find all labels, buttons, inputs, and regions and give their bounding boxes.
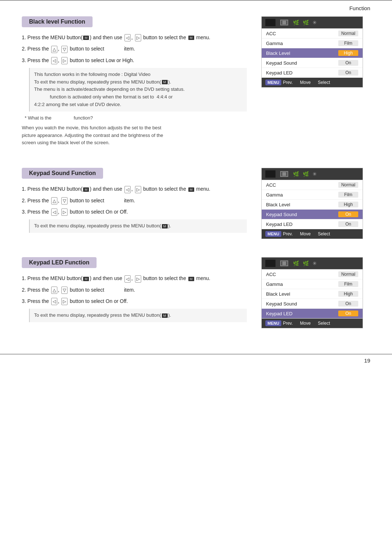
step2-num: 2.	[22, 46, 28, 52]
keypad-sound-step2: 2. Press the △, ▽ button to select item.	[22, 197, 247, 204]
leaf-icon-1: 🌿	[293, 20, 299, 25]
keypad-sound-step1: 1. Press the MENU button(M) and then use…	[22, 185, 247, 193]
menu-row-blacklevel-1: Black Level High	[262, 48, 363, 58]
keypad-sound-note: To exit the menu display, repeatedly pre…	[29, 219, 247, 233]
move-label-1: Move	[300, 80, 311, 85]
step3-num-3: 3.	[22, 298, 28, 304]
leaf-icon-2: 🌿	[303, 20, 309, 25]
menu-icon-note: M	[162, 80, 168, 84]
black-level-step3: 3. Press the ◁, ▷ button to select Low o…	[22, 57, 247, 64]
keypad-led-step2: 2. Press the △, ▽ button to select item.	[22, 286, 247, 294]
menu-row-acc-3: ACC Normal	[262, 270, 363, 279]
menu-icon-black-2	[265, 170, 275, 178]
left-btn-s1: ◁	[124, 186, 131, 193]
select-label-1: Select	[318, 80, 330, 85]
prev-label-3: Prev.	[283, 321, 293, 326]
header-label: Function	[349, 5, 370, 11]
menu-row-keypadled-2: Keypad LED On	[262, 219, 363, 229]
menu-icon-black-1	[265, 19, 275, 26]
up-btn-2: △	[51, 46, 57, 53]
move-label-2: Move	[300, 231, 311, 236]
left-btn-1: ◁	[124, 34, 131, 41]
menu-row-blacklevel-2: Black Level High	[262, 200, 363, 210]
menu-inline-icon-3: M	[188, 277, 194, 281]
step2-num-2: 2.	[22, 198, 28, 203]
menu-btn-1: MENU	[265, 80, 281, 85]
menu-icon-3: M	[83, 277, 89, 281]
step1-num-3: 1.	[22, 275, 28, 281]
menu-row-keypadsound-1: Keypad Sound On	[262, 58, 363, 68]
square-inner-3	[282, 262, 286, 265]
page-number: 19	[364, 357, 370, 364]
keypad-led-section: Keypad LED Function 1. Press the MENU bu…	[22, 257, 370, 328]
black-level-step1: 1. Press the MENU button(M) and then use…	[22, 34, 247, 41]
star-icon-3: ✳	[313, 260, 317, 266]
menu-row-keypadsound-2: Keypad Sound On	[262, 210, 363, 219]
menu-row-acc-2: ACC Normal	[262, 180, 363, 190]
menu-move-2: Move	[300, 231, 311, 236]
menu-row-acc-1: ACC Normal	[262, 29, 363, 39]
menu-rows-1: ACC Normal Gamma Film Black Level High K…	[262, 28, 363, 78]
right-btn-l3: ▷	[61, 298, 68, 305]
star-icon-1: ✳	[313, 20, 317, 25]
black-level-what-is: * What is the function?	[25, 115, 247, 121]
keypad-led-title: Keypad LED Function	[22, 257, 97, 268]
keypad-led-step1: 1. Press the MENU button(M) and then use…	[22, 275, 247, 282]
menu-icon-square-wrap-3	[279, 260, 289, 267]
menu-icon-note-3: M	[162, 313, 168, 318]
prev-label-1: Prev.	[283, 80, 293, 85]
move-label-3: Move	[300, 321, 311, 326]
menu-select-2: Select	[318, 231, 330, 236]
leaf-icon-4: 🌿	[303, 171, 309, 177]
menu-panel-3: 🌿 🌿 ✳ ACC Normal Gamma Film Black Level	[261, 257, 363, 328]
menu-icon-square-wrap-1	[279, 19, 289, 26]
black-level-menu: 🌿 🌿 ✳ ACC Normal Gamma Film Black Level	[261, 16, 370, 150]
black-level-section: Black level Function 1. Press the MENU b…	[22, 16, 370, 150]
menu-header-2: 🌿 🌿 ✳	[262, 168, 363, 180]
down-btn-l2: ▽	[61, 287, 68, 294]
menu-footer-2: MENU Prev. Move Select	[262, 229, 363, 239]
menu-footer-1: MENU Prev. Move Select	[262, 78, 363, 87]
menu-rows-2: ACC Normal Gamma Film Black Level High K…	[262, 180, 363, 229]
leaf-icon-6: 🌿	[303, 260, 309, 266]
keypad-led-menu: 🌿 🌿 ✳ ACC Normal Gamma Film Black Level	[261, 257, 370, 328]
page-header: Function	[0, 1, 392, 13]
menu-footer-3: MENU Prev. Move Select	[262, 319, 363, 328]
left-btn-s3: ◁	[51, 208, 57, 216]
keypad-led-step3: 3. Press the ◁, ▷ button to select On or…	[22, 297, 247, 305]
keypad-led-note: To exit the menu display, repeatedly pre…	[29, 309, 247, 322]
down-btn-2: ▽	[61, 46, 68, 53]
page-footer: 19	[0, 355, 392, 366]
menu-move-1: Move	[300, 80, 311, 85]
menu-panel-1: 🌿 🌿 ✳ ACC Normal Gamma Film Black Level	[261, 16, 363, 88]
right-btn-3: ▷	[61, 57, 68, 64]
menu-icon-1: M	[83, 36, 89, 40]
menu-icon-note-2: M	[162, 224, 168, 228]
keypad-sound-menu: 🌿 🌿 ✳ ACC Normal Gamma Film Black Level	[261, 168, 370, 239]
black-level-title: Black level Function	[22, 16, 93, 27]
menu-prev-3: MENU Prev.	[265, 320, 293, 326]
menu-row-keypadsound-3: Keypad Sound On	[262, 299, 363, 309]
menu-btn-2: MENU	[265, 231, 281, 237]
menu-icon-square-wrap-2	[279, 170, 289, 178]
menu-row-blacklevel-3: Black Level High	[262, 289, 363, 299]
black-level-note: This function works in the following mod…	[29, 68, 247, 112]
black-level-step2: 2. Press the △, ▽ button to select item.	[22, 45, 247, 53]
menu-inline-icon-2: M	[188, 187, 194, 192]
leaf-icon-3: 🌿	[293, 171, 299, 177]
menu-btn-3: MENU	[265, 320, 281, 326]
menu-panel-2: 🌿 🌿 ✳ ACC Normal Gamma Film Black Level	[261, 168, 363, 239]
step1-num-2: 1.	[22, 186, 28, 192]
up-btn-s2: △	[51, 197, 57, 204]
left-btn-l3: ◁	[51, 298, 57, 305]
keypad-sound-title: Keypad Sound Function	[22, 168, 103, 179]
square-inner-2	[282, 172, 286, 176]
right-btn-s1: ▷	[135, 186, 141, 193]
black-level-left: Black level Function 1. Press the MENU b…	[22, 16, 247, 150]
keypad-led-left: Keypad LED Function 1. Press the MENU bu…	[22, 257, 247, 328]
menu-icon-2: M	[83, 187, 89, 192]
menu-row-gamma-2: Gamma Film	[262, 190, 363, 200]
right-btn-l1: ▷	[135, 275, 141, 283]
up-btn-l2: △	[51, 287, 57, 294]
menu-row-gamma-3: Gamma Film	[262, 279, 363, 289]
